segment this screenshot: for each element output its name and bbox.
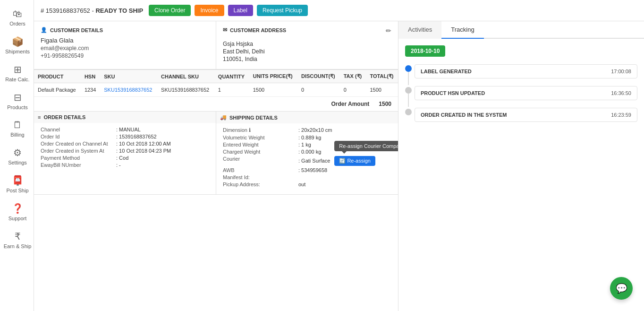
timeline-line [408, 72, 409, 85]
detail-value: out [298, 181, 305, 187]
status-badge: READY TO SHIP [95, 7, 143, 14]
col-hsn: HSN [81, 70, 100, 83]
cell-discount: 0 [297, 83, 340, 97]
billing-icon: 🗒 [13, 120, 22, 130]
sidebar-item-postship[interactable]: 📮 Post Ship [0, 170, 34, 198]
customer-row: 👤 CUSTOMER DETAILS Figala Glala email@ex… [34, 21, 398, 69]
clone-order-button[interactable]: Clone Order [149, 5, 191, 16]
customer-name: Figala Glala [41, 37, 209, 44]
detail-value: : 1539168837652 [116, 134, 157, 139]
detail-value: : 20x20x10 cm [298, 127, 332, 133]
timeline-dot [405, 65, 412, 72]
detail-label: Payment Method [41, 155, 116, 161]
customer-details-title: 👤 CUSTOMER DETAILS [41, 27, 209, 33]
address-line3: 110051, India [223, 56, 391, 62]
header-bar: # 1539168837652 - READY TO SHIP Clone Or… [34, 0, 644, 21]
col-product: PRODUCT [34, 70, 81, 83]
order-detail-row: Payment Method: Cod [41, 155, 209, 161]
timeline-time: 17:00:08 [611, 69, 631, 74]
col-tax: TAX (₹) [340, 70, 366, 83]
content-area: 👤 CUSTOMER DETAILS Figala Glala email@ex… [34, 21, 644, 311]
cell-sku[interactable]: SKU1539168837652 [100, 83, 157, 97]
detail-value: : - [116, 162, 121, 168]
customer-address-title: ✉ CUSTOMER ADDRESS [223, 27, 286, 33]
courier-value: : Gati Surface [298, 158, 330, 164]
address-line2: East Delhi, Delhi [223, 48, 391, 55]
detail-label: Manifest Id: [223, 174, 298, 180]
cell-hsn: 1234 [81, 83, 100, 97]
table-row: Default Package 1234 SKU1539168837652 SK… [34, 83, 398, 97]
order-amount-value: 1500 [379, 101, 391, 107]
order-detail-row: Channel: MANUAL [41, 127, 209, 132]
shipping-detail-row: Courier : Gati Surface Re-assign Courier… [223, 156, 391, 166]
envelope-icon: ✉ [223, 27, 227, 33]
reassign-tooltip: Re-assign Courier Company [334, 141, 398, 151]
customer-email: email@exaple.com [41, 45, 209, 52]
tabs-container: Activities Tracking [398, 21, 644, 39]
customer-address-section: ✉ CUSTOMER ADDRESS ✏ Gsja Hsjska East De… [216, 21, 398, 69]
sidebar-item-earnship[interactable]: ₹ Earn & Ship [0, 226, 34, 254]
person-icon: 👤 [41, 27, 47, 33]
sidebar-item-support[interactable]: ❓ Support [0, 198, 34, 226]
sidebar-label-earnship: Earn & Ship [4, 243, 32, 249]
detail-label: AWB [223, 167, 298, 173]
details-section: ≡ ORDER DETAILS Channel: MANUALOrder Id:… [34, 112, 398, 195]
cell-total: 1500 [366, 83, 398, 97]
cell-unit-price: 1500 [249, 83, 297, 97]
order-details-col: ≡ ORDER DETAILS Channel: MANUALOrder Id:… [34, 112, 216, 194]
support-icon: ❓ [12, 203, 24, 214]
address-header: ✉ CUSTOMER ADDRESS ✏ [223, 27, 391, 37]
timeline-line [408, 94, 409, 107]
shipments-icon: 📦 [12, 36, 24, 47]
sidebar-item-products[interactable]: ⊟ Products [0, 87, 34, 115]
shipping-detail-row: AWB: 534959658 [223, 167, 391, 173]
timeline-dot [405, 109, 412, 115]
detail-value: : Cod [116, 155, 128, 161]
detail-label: EwayBill NUmber [41, 162, 116, 168]
order-details-title: ≡ ORDER DETAILS [34, 112, 216, 123]
sidebar-label-rate: Rate Calc. [5, 77, 29, 82]
detail-value: : 0.000 kg [298, 149, 321, 155]
awb-link[interactable]: : 534959658 [298, 167, 327, 173]
sidebar-item-orders[interactable]: 🛍 Orders [0, 4, 34, 31]
sidebar-label-shipments: Shipments [5, 49, 30, 54]
sidebar-label-settings: Settings [8, 160, 27, 165]
invoice-button[interactable]: Invoice [195, 5, 224, 16]
col-total: TOTAL(₹) [366, 70, 398, 83]
tab-activities[interactable]: Activities [398, 21, 441, 39]
earnship-icon: ₹ [15, 231, 21, 242]
shipping-details-title: 🚚 SHIPPING DETAILS [216, 112, 398, 123]
products-table-container: PRODUCT HSN SKU CHANNEL SKU QUANTITY UNI… [34, 69, 398, 112]
detail-label: Courier [223, 156, 298, 166]
reassign-button[interactable]: 🔄 Re-assign [334, 156, 375, 166]
detail-label: Order Created in System At [41, 148, 116, 154]
detail-label: Volumetric Weight [223, 135, 298, 140]
edit-address-icon[interactable]: ✏ [386, 27, 391, 35]
tab-tracking[interactable]: Tracking [441, 21, 483, 39]
cell-channel-sku: SKU1539168837652 [157, 83, 214, 97]
table-header-row: PRODUCT HSN SKU CHANNEL SKU QUANTITY UNI… [34, 70, 398, 83]
timeline-event-label: LABEL GENERATED [421, 69, 472, 74]
sidebar-item-billing[interactable]: 🗒 Billing [0, 115, 34, 142]
detail-value: : 10 Oct 2018 04:23 PM [116, 148, 171, 154]
timeline: LABEL GENERATED 17:00:08 PRODUCT HSN UPD… [405, 64, 637, 122]
chat-fab-button[interactable]: 💬 [610, 277, 633, 300]
timeline-event-label: PRODUCT HSN UPDATED [421, 90, 485, 96]
shipping-detail-row: Manifest Id: [223, 174, 391, 180]
sidebar-item-shipments[interactable]: 📦 Shipments [0, 31, 34, 59]
detail-label: Pickup Address: [223, 181, 298, 187]
sidebar-item-rate[interactable]: ⊞ Rate Calc. [0, 59, 34, 87]
order-amount-row: Order Amount 1500 [34, 97, 398, 112]
settings-icon: ⚙ [13, 147, 22, 158]
customer-details-section: 👤 CUSTOMER DETAILS Figala Glala email@ex… [34, 21, 216, 69]
sidebar-label-products: Products [7, 104, 27, 110]
sidebar-item-settings[interactable]: ⚙ Settings [0, 142, 34, 170]
col-quantity: QUANTITY [214, 70, 249, 83]
timeline-time: 16:23:59 [611, 112, 631, 118]
rate-icon: ⊞ [14, 64, 22, 75]
request-pickup-button[interactable]: Request Pickup [257, 5, 308, 16]
timeline-item: ORDER CREATED IN THE SYSTEM 16:23:59 [415, 108, 637, 122]
detail-value: : Gati Surface Re-assign Courier Company… [298, 156, 375, 166]
sidebar-label-billing: Billing [10, 132, 24, 138]
label-button[interactable]: Label [228, 5, 253, 16]
